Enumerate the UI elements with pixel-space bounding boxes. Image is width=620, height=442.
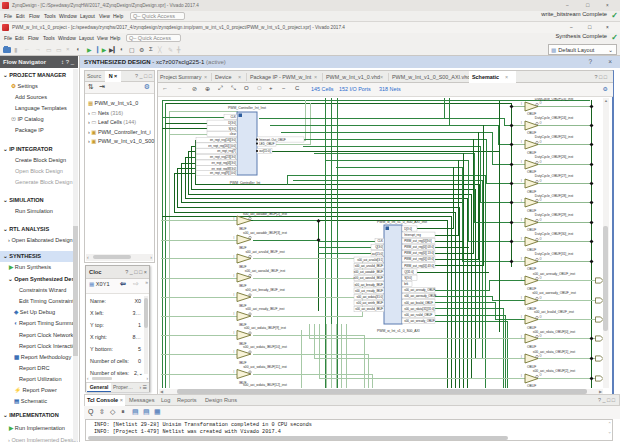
svg-text:s00_axi_awready_OBUF_inst: s00_axi_awready_OBUF_inst — [532, 291, 576, 295]
svg-text:s00_axi_rready_IBUF: s00_axi_rready_IBUF — [355, 289, 383, 293]
svg-text:I: I — [234, 274, 235, 278]
svg-text:I: I — [521, 296, 522, 300]
svg-text:s00_axi_rdata_OBUF[1]_inst: s00_axi_rdata_OBUF[1]_inst — [533, 350, 575, 354]
svg-text:O: O — [540, 354, 542, 358]
svg-text:S[3:0]: S[3:0] — [228, 127, 236, 131]
svg-text:s00_axi_wdata_IBUF[12]_inst: s00_axi_wdata_IBUF[12]_inst — [243, 383, 287, 387]
svg-text:s00_axi_wvalid_IBUF: s00_axi_wvalid_IBUF — [355, 307, 383, 311]
svg-text:I: I — [234, 236, 235, 240]
svg-text:I: I — [234, 293, 235, 297]
svg-text:PWM_out_reg[0][ 43:0]: PWM_out_reg[0][ 43:0] — [404, 264, 434, 268]
svg-text:OBUF: OBUF — [527, 345, 536, 349]
svg-text:O: O — [540, 296, 542, 300]
svg-text:I: I — [234, 331, 235, 335]
svg-text:clear: clear — [230, 132, 236, 136]
svg-text:DutyCycle_OBUF[26]_inst: DutyCycle_OBUF[26]_inst — [535, 155, 574, 159]
svg-text:OBUF: OBUF — [527, 384, 536, 388]
svg-text:out[15:0]: out[15:0] — [259, 149, 270, 153]
svg-text:brk: brk — [404, 282, 409, 286]
svg-text:Q[31:0]: Q[31:0] — [404, 270, 414, 274]
svg-text:O: O — [540, 179, 542, 183]
svg-text:O: O — [540, 218, 542, 222]
svg-text:DutyCycle_OBUF[24]_inst: DutyCycle_OBUF[24]_inst — [535, 116, 574, 120]
svg-text:DutyCycle_OBUF[29]_inst: DutyCycle_OBUF[29]_inst — [535, 213, 574, 217]
svg-text:s00_axi_bvalid_OBUF: s00_axi_bvalid_OBUF — [404, 301, 433, 305]
svg-text:s00_axi_wready_OBUF: s00_axi_wready_OBUF — [404, 319, 435, 323]
svg-text:I: I — [521, 199, 522, 203]
svg-text:en_regt_reg[23][3:0]: en_regt_reg[23][3:0] — [210, 155, 236, 159]
svg-text:I: I — [234, 217, 235, 221]
svg-text:PWM_out_reg[0][ 03:0]: PWM_out_reg[0][ 03:0] — [404, 257, 434, 261]
svg-text:s00_axi_wstrb_IBUF: s00_axi_wstrb_IBUF — [356, 301, 383, 305]
svg-text:I: I — [521, 102, 522, 106]
svg-text:CLK: CLK — [230, 115, 236, 119]
svg-text:I: I — [521, 140, 522, 144]
svg-text:s00_axi_awready_OBUF: s00_axi_awready_OBUF — [404, 294, 436, 298]
svg-text:I: I — [521, 179, 522, 183]
svg-text:I: I — [234, 312, 235, 316]
svg-text:CLK: CLK — [377, 239, 383, 243]
svg-text:I: I — [234, 350, 235, 354]
svg-text:O: O — [540, 276, 542, 280]
svg-text:S[3:0]: S[3:0] — [404, 276, 412, 280]
svg-text:O: O — [540, 237, 542, 241]
svg-text:O: O — [540, 101, 542, 105]
svg-text:s00_axi_awvalid_IBUF_inst: s00_axi_awvalid_IBUF_inst — [245, 269, 286, 273]
svg-text:en_regt_reg[16][ [0:0]: en_regt_reg[16][ [0:0] — [208, 144, 236, 148]
svg-text:D[3:0]: D[3:0] — [404, 227, 412, 231]
svg-text:en_regt_reg[9][ [0:0]: en_regt_reg[9][ [0:0] — [210, 171, 236, 175]
svg-text:I: I — [521, 237, 522, 241]
svg-text:O: O — [540, 373, 542, 377]
svg-text:s00_axi_wdata[31:0]: s00_axi_wdata[31:0] — [356, 295, 383, 299]
svg-text:s00_axi_wdata_IBUF[11]_inst: s00_axi_wdata_IBUF[11]_inst — [243, 365, 287, 369]
svg-text:O: O — [540, 198, 542, 202]
svg-text:O: O — [540, 334, 542, 338]
svg-text:O: O — [540, 121, 542, 125]
svg-text:s00_axi_rdata_OBUF[0]_inst: s00_axi_rdata_OBUF[0]_inst — [533, 330, 575, 334]
svg-text:PWM_out_reg[0][ 03:0]: PWM_out_reg[0][ 03:0] — [404, 245, 434, 249]
svg-text:s00_axi_arvalid_IBUF_inst: s00_axi_arvalid_IBUF_inst — [245, 250, 284, 254]
svg-text:DutyCycle_OBUF[31]_inst: DutyCycle_OBUF[31]_inst — [535, 252, 574, 256]
svg-text:s00_axi_bready_IBUF_inst: s00_axi_bready_IBUF_inst — [245, 288, 285, 292]
svg-text:s00_axi_arready_OBUF_inst: s00_axi_arready_OBUF_inst — [533, 272, 575, 276]
svg-text:O: O — [540, 160, 542, 164]
svg-text:s00_axi_arvalid_IBUF: s00_axi_arvalid_IBUF — [355, 264, 384, 268]
svg-text:Interrupt_reg: Interrupt_reg — [404, 233, 421, 237]
svg-text:s00_axi_bready_IBUF: s00_axi_bready_IBUF — [354, 283, 383, 287]
svg-text:en_regt_reg[16][3:0]: en_regt_reg[16][3:0] — [210, 138, 236, 142]
svg-text:s00_axi_arready_OBUF: s00_axi_arready_OBUF — [404, 288, 435, 292]
svg-text:PWM_out_reg[0][3:0]: PWM_out_reg[0][3:0] — [404, 239, 432, 243]
svg-text:s00_axi_awaddr_IBUF[2]_inst: s00_axi_awaddr_IBUF[2]_inst — [243, 212, 287, 216]
svg-text:O: O — [540, 315, 542, 319]
svg-text:DutyCycle_OBUF[27]_inst: DutyCycle_OBUF[27]_inst — [535, 174, 574, 178]
svg-text:I: I — [521, 277, 522, 281]
svg-text:O: O — [540, 140, 542, 144]
svg-text:out[15:0]: out[15:0] — [372, 252, 383, 256]
svg-text:O: O — [540, 257, 542, 261]
svg-text:I: I — [521, 335, 522, 339]
svg-text:s00_axi_rready_IBUF_inst: s00_axi_rready_IBUF_inst — [246, 307, 285, 311]
svg-text:DutyCycle_OBUF[28]_inst: DutyCycle_OBUF[28]_inst — [535, 194, 574, 198]
svg-text:PWM_w_Int_v1_0_S00_AXI_inst: PWM_w_Int_v1_0_S00_AXI_inst — [377, 220, 427, 224]
svg-text:DutyCycle_OBUF[23]_inst: DutyCycle_OBUF[23]_inst — [535, 98, 574, 101]
svg-text:en_regt_reg[7]: en_regt_reg[7] — [217, 149, 236, 153]
svg-text:en_regt_reg[8][3:0]: en_regt_reg[8][3:0] — [212, 167, 237, 171]
svg-text:I: I — [521, 121, 522, 125]
svg-text:PWM_out_reg[0][ 13:0]: PWM_out_reg[0][ 13:0] — [404, 251, 434, 255]
svg-text:s00_axi_awaddr_IBUF: s00_axi_awaddr_IBUF — [354, 270, 383, 274]
svg-text:I: I — [521, 355, 522, 359]
svg-text:DutyCycle_OBUF[25]_inst: DutyCycle_OBUF[25]_inst — [535, 135, 574, 139]
svg-text:s00_axi_awaddr_IBUF[3]_inst: s00_axi_awaddr_IBUF[3]_inst — [243, 231, 287, 235]
svg-text:s00_axi_bvalid_OBUF_inst: s00_axi_bvalid_OBUF_inst — [534, 310, 574, 314]
svg-text:PWM_Controller_Int: PWM_Controller_Int — [230, 181, 261, 185]
svg-text:s00_axi_wdata_IBUF[9]_inst: s00_axi_wdata_IBUF[9]_inst — [244, 326, 286, 330]
svg-text:I: I — [521, 160, 522, 164]
svg-text:s00_axi_rdata_OBUF[2]_inst: s00_axi_rdata_OBUF[2]_inst — [533, 369, 575, 373]
svg-text:I: I — [521, 257, 522, 261]
svg-text:en_regt_reg[4][3:0]: en_regt_reg[4][3:0] — [212, 161, 237, 165]
svg-text:D[3:0]: D[3:0] — [228, 121, 236, 125]
svg-text:PWM_w_Int_v1_0_S00_AXI: PWM_w_Int_v1_0_S00_AXI — [377, 329, 420, 333]
svg-text:LED_OBUF: LED_OBUF — [259, 142, 274, 146]
svg-text:I: I — [234, 255, 235, 259]
svg-text:DutyCycle_OBUF[30]_inst: DutyCycle_OBUF[30]_inst — [535, 232, 574, 236]
